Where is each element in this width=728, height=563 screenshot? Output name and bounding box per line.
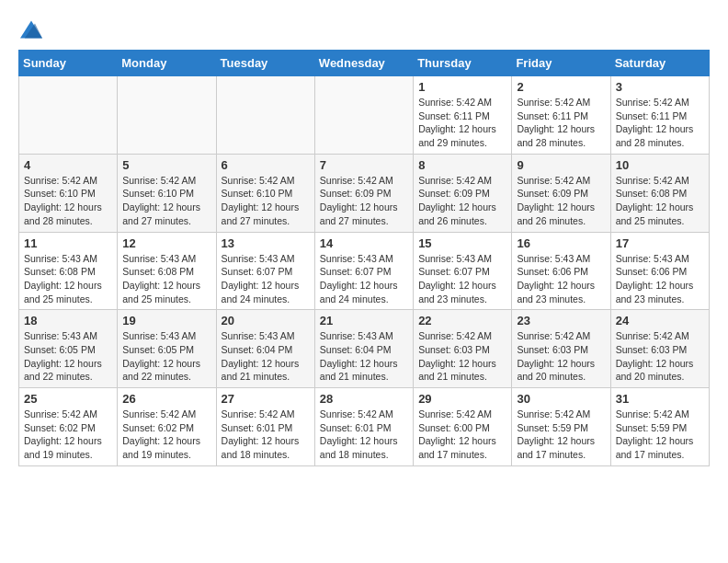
day-info: Sunrise: 5:43 AM Sunset: 6:08 PM Dayligh… xyxy=(122,252,210,306)
day-number: 3 xyxy=(616,80,704,94)
day-number: 26 xyxy=(122,392,210,406)
calendar-cell: 24Sunrise: 5:42 AM Sunset: 6:03 PM Dayli… xyxy=(610,310,709,388)
calendar-cell: 17Sunrise: 5:43 AM Sunset: 6:06 PM Dayli… xyxy=(610,232,709,310)
day-number: 24 xyxy=(616,314,704,327)
logo-icon xyxy=(20,18,42,40)
day-info: Sunrise: 5:43 AM Sunset: 6:06 PM Dayligh… xyxy=(517,252,605,306)
day-info: Sunrise: 5:42 AM Sunset: 6:03 PM Dayligh… xyxy=(616,329,704,384)
day-info: Sunrise: 5:43 AM Sunset: 6:04 PM Dayligh… xyxy=(320,329,408,384)
day-number: 25 xyxy=(24,392,112,406)
calendar-cell xyxy=(314,76,413,155)
calendar-cell: 28Sunrise: 5:42 AM Sunset: 6:01 PM Dayli… xyxy=(314,388,413,466)
day-number: 20 xyxy=(222,314,310,327)
calendar-cell: 8Sunrise: 5:42 AM Sunset: 6:09 PM Daylig… xyxy=(414,154,512,232)
calendar-cell: 7Sunrise: 5:42 AM Sunset: 6:09 PM Daylig… xyxy=(314,154,413,232)
weekday-header-sunday: Sunday xyxy=(19,51,118,76)
day-info: Sunrise: 5:43 AM Sunset: 6:04 PM Dayligh… xyxy=(222,329,310,384)
day-info: Sunrise: 5:42 AM Sunset: 6:10 PM Dayligh… xyxy=(24,174,112,228)
day-info: Sunrise: 5:42 AM Sunset: 6:02 PM Dayligh… xyxy=(122,408,210,462)
calendar-cell: 1Sunrise: 5:42 AM Sunset: 6:11 PM Daylig… xyxy=(414,76,512,155)
calendar-table: SundayMondayTuesdayWednesdayThursdayFrid… xyxy=(18,50,710,466)
day-number: 22 xyxy=(418,314,506,327)
calendar-cell: 26Sunrise: 5:42 AM Sunset: 6:02 PM Dayli… xyxy=(118,388,216,466)
calendar-cell xyxy=(19,76,118,155)
day-number: 16 xyxy=(517,236,605,250)
calendar-cell: 6Sunrise: 5:42 AM Sunset: 6:10 PM Daylig… xyxy=(216,154,314,232)
day-info: Sunrise: 5:42 AM Sunset: 6:01 PM Dayligh… xyxy=(320,408,408,462)
day-number: 27 xyxy=(222,392,310,406)
calendar-cell: 4Sunrise: 5:42 AM Sunset: 6:10 PM Daylig… xyxy=(19,154,118,232)
day-info: Sunrise: 5:43 AM Sunset: 6:05 PM Dayligh… xyxy=(24,329,112,384)
calendar-cell: 16Sunrise: 5:43 AM Sunset: 6:06 PM Dayli… xyxy=(512,232,610,310)
calendar-cell: 15Sunrise: 5:43 AM Sunset: 6:07 PM Dayli… xyxy=(414,232,512,310)
day-info: Sunrise: 5:43 AM Sunset: 6:08 PM Dayligh… xyxy=(24,252,112,306)
day-number: 8 xyxy=(418,158,506,172)
day-info: Sunrise: 5:42 AM Sunset: 6:02 PM Dayligh… xyxy=(24,408,112,462)
day-number: 12 xyxy=(122,236,210,250)
calendar-week-1: 1Sunrise: 5:42 AM Sunset: 6:11 PM Daylig… xyxy=(19,76,710,155)
day-info: Sunrise: 5:42 AM Sunset: 6:09 PM Dayligh… xyxy=(320,174,408,228)
day-info: Sunrise: 5:42 AM Sunset: 5:59 PM Dayligh… xyxy=(616,408,704,462)
day-number: 5 xyxy=(122,158,210,172)
day-number: 30 xyxy=(517,392,605,406)
day-info: Sunrise: 5:42 AM Sunset: 6:03 PM Dayligh… xyxy=(517,329,605,384)
day-info: Sunrise: 5:42 AM Sunset: 6:11 PM Dayligh… xyxy=(517,96,605,150)
calendar-week-2: 4Sunrise: 5:42 AM Sunset: 6:10 PM Daylig… xyxy=(19,154,710,232)
day-info: Sunrise: 5:43 AM Sunset: 6:07 PM Dayligh… xyxy=(320,252,408,306)
day-info: Sunrise: 5:43 AM Sunset: 6:05 PM Dayligh… xyxy=(122,329,210,384)
day-info: Sunrise: 5:42 AM Sunset: 5:59 PM Dayligh… xyxy=(517,408,605,462)
day-info: Sunrise: 5:42 AM Sunset: 6:01 PM Dayligh… xyxy=(222,408,310,462)
day-info: Sunrise: 5:42 AM Sunset: 6:09 PM Dayligh… xyxy=(418,174,506,228)
day-number: 2 xyxy=(517,80,605,94)
calendar-cell: 25Sunrise: 5:42 AM Sunset: 6:02 PM Dayli… xyxy=(19,388,118,466)
calendar-cell: 12Sunrise: 5:43 AM Sunset: 6:08 PM Dayli… xyxy=(118,232,216,310)
weekday-header-wednesday: Wednesday xyxy=(314,51,413,76)
page-header xyxy=(18,18,710,40)
day-info: Sunrise: 5:42 AM Sunset: 6:10 PM Dayligh… xyxy=(222,174,310,228)
calendar-cell: 10Sunrise: 5:42 AM Sunset: 6:08 PM Dayli… xyxy=(610,154,709,232)
calendar-cell: 23Sunrise: 5:42 AM Sunset: 6:03 PM Dayli… xyxy=(512,310,610,388)
day-number: 31 xyxy=(616,392,704,406)
calendar-cell: 18Sunrise: 5:43 AM Sunset: 6:05 PM Dayli… xyxy=(19,310,118,388)
calendar-cell: 29Sunrise: 5:42 AM Sunset: 6:00 PM Dayli… xyxy=(414,388,512,466)
weekday-header-tuesday: Tuesday xyxy=(216,51,314,76)
calendar-week-4: 18Sunrise: 5:43 AM Sunset: 6:05 PM Dayli… xyxy=(19,310,710,388)
day-info: Sunrise: 5:42 AM Sunset: 6:08 PM Dayligh… xyxy=(616,174,704,228)
calendar-cell: 14Sunrise: 5:43 AM Sunset: 6:07 PM Dayli… xyxy=(314,232,413,310)
day-number: 23 xyxy=(517,314,605,327)
calendar-cell: 27Sunrise: 5:42 AM Sunset: 6:01 PM Dayli… xyxy=(216,388,314,466)
calendar-cell xyxy=(118,76,216,155)
day-info: Sunrise: 5:43 AM Sunset: 6:07 PM Dayligh… xyxy=(222,252,310,306)
calendar-cell: 19Sunrise: 5:43 AM Sunset: 6:05 PM Dayli… xyxy=(118,310,216,388)
calendar-cell: 2Sunrise: 5:42 AM Sunset: 6:11 PM Daylig… xyxy=(512,76,610,155)
calendar-cell: 9Sunrise: 5:42 AM Sunset: 6:09 PM Daylig… xyxy=(512,154,610,232)
calendar-cell: 13Sunrise: 5:43 AM Sunset: 6:07 PM Dayli… xyxy=(216,232,314,310)
day-info: Sunrise: 5:42 AM Sunset: 6:09 PM Dayligh… xyxy=(517,174,605,228)
day-number: 14 xyxy=(320,236,408,250)
logo xyxy=(18,18,42,40)
day-number: 6 xyxy=(222,158,310,172)
calendar-cell: 3Sunrise: 5:42 AM Sunset: 6:11 PM Daylig… xyxy=(610,76,709,155)
calendar-week-3: 11Sunrise: 5:43 AM Sunset: 6:08 PM Dayli… xyxy=(19,232,710,310)
day-info: Sunrise: 5:42 AM Sunset: 6:03 PM Dayligh… xyxy=(418,329,506,384)
day-number: 7 xyxy=(320,158,408,172)
day-info: Sunrise: 5:42 AM Sunset: 6:10 PM Dayligh… xyxy=(122,174,210,228)
calendar-cell: 20Sunrise: 5:43 AM Sunset: 6:04 PM Dayli… xyxy=(216,310,314,388)
day-info: Sunrise: 5:43 AM Sunset: 6:06 PM Dayligh… xyxy=(616,252,704,306)
day-number: 21 xyxy=(320,314,408,327)
calendar-header-row: SundayMondayTuesdayWednesdayThursdayFrid… xyxy=(19,51,710,76)
day-number: 1 xyxy=(418,80,506,94)
day-info: Sunrise: 5:42 AM Sunset: 6:11 PM Dayligh… xyxy=(418,96,506,150)
weekday-header-monday: Monday xyxy=(118,51,216,76)
calendar-cell: 11Sunrise: 5:43 AM Sunset: 6:08 PM Dayli… xyxy=(19,232,118,310)
day-number: 13 xyxy=(222,236,310,250)
day-number: 18 xyxy=(24,314,112,327)
day-number: 19 xyxy=(122,314,210,327)
day-number: 11 xyxy=(24,236,112,250)
day-number: 10 xyxy=(616,158,704,172)
weekday-header-friday: Friday xyxy=(512,51,610,76)
day-number: 29 xyxy=(418,392,506,406)
calendar-cell xyxy=(216,76,314,155)
day-number: 9 xyxy=(517,158,605,172)
calendar-cell: 30Sunrise: 5:42 AM Sunset: 5:59 PM Dayli… xyxy=(512,388,610,466)
